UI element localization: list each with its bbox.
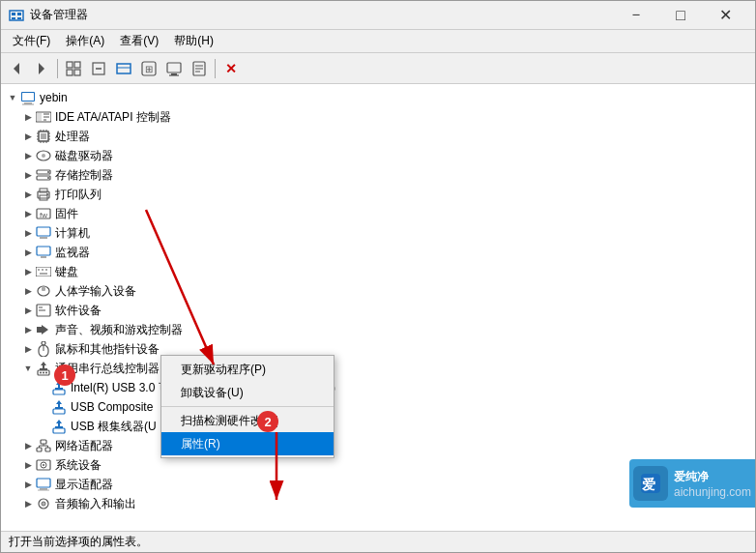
list-item[interactable]: ▶ 处理器 — [1, 127, 755, 146]
ctx-separator — [161, 406, 334, 407]
expander-icon[interactable]: ▶ — [20, 477, 36, 492]
ctx-uninstall[interactable]: 卸载设备(U) — [161, 381, 334, 404]
svg-rect-61 — [37, 247, 50, 255]
maximize-button[interactable]: □ — [658, 1, 703, 30]
svg-text:爱: 爱 — [642, 477, 655, 492]
svg-rect-7 — [67, 62, 73, 68]
cpu-icon — [36, 129, 51, 144]
svg-rect-4 — [17, 17, 21, 19]
expander-icon[interactable]: ▶ — [20, 457, 36, 473]
usb-controller-item[interactable]: ▼ 通用串行总线控制器 — [1, 359, 755, 378]
menu-action[interactable]: 操作(A) — [58, 31, 112, 51]
watermark: 爱 爱纯净 aichunjing.com — [629, 459, 755, 508]
list-item[interactable]: ▶ 计算机 — [1, 223, 755, 243]
svg-point-48 — [42, 154, 45, 158]
toolbar-sep-2 — [215, 59, 216, 78]
audio-io-icon — [36, 496, 51, 511]
list-item[interactable]: ▶ 软件设备 — [1, 301, 755, 320]
audio-icon — [36, 322, 51, 337]
usb-child-item-2[interactable]: USB Composite — [1, 397, 755, 417]
expander-icon[interactable]: ▶ — [20, 322, 36, 337]
monitor-icon — [36, 245, 51, 260]
list-item[interactable]: ▶ 鼠标和其他指针设备 — [1, 339, 755, 359]
expander-icon[interactable]: ▶ — [20, 303, 36, 318]
item-label: 存储控制器 — [55, 167, 113, 184]
menu-view[interactable]: 查看(V) — [112, 31, 166, 51]
close-button[interactable]: ✕ — [703, 1, 747, 30]
minimize-button[interactable]: － — [614, 1, 658, 30]
expander-icon[interactable]: ▶ — [20, 264, 36, 279]
expand-all-button[interactable] — [62, 57, 85, 80]
computer-device-icon — [36, 225, 51, 241]
placeholder2 — [36, 399, 51, 415]
expander-icon[interactable]: ▶ — [20, 225, 36, 241]
collapse-button[interactable] — [87, 57, 110, 80]
watermark-line1: 爱纯净 — [674, 469, 751, 485]
watermark-line2: aichunjing.com — [674, 485, 751, 499]
usb-child-item-3[interactable]: USB 根集线器(U — [1, 417, 755, 436]
expander-icon[interactable]: ▶ — [20, 283, 36, 299]
svg-rect-10 — [74, 70, 80, 75]
expander-icon[interactable]: ▶ — [20, 496, 36, 511]
list-item[interactable]: ▶ 存储控制器 — [1, 165, 755, 185]
menu-file[interactable]: 文件(F) — [5, 31, 58, 51]
item-label: 系统设备 — [55, 457, 102, 474]
root-expander[interactable]: ▼ — [5, 90, 20, 105]
software-device-icon — [36, 303, 51, 318]
list-item[interactable]: ▶ 键盘 — [1, 262, 755, 281]
usb-expander[interactable]: ▼ — [20, 361, 36, 376]
svg-rect-59 — [37, 227, 50, 236]
list-item[interactable]: ▶ 磁盘驱动器 — [1, 146, 755, 165]
list-item[interactable]: ▶ 打印队列 — [1, 185, 755, 204]
item-label: 鼠标和其他指针设备 — [55, 341, 160, 358]
usb-child-item-1[interactable]: Intel(R) USB 3.0 可扩展主机控制器 - 1.0 (Microso… — [1, 378, 755, 397]
list-item[interactable]: ▶ 人体学输入设备 — [1, 281, 755, 301]
usb-hub-icon — [36, 361, 51, 376]
expander-icon[interactable]: ▶ — [20, 187, 36, 202]
show-hidden-button[interactable] — [112, 57, 135, 80]
system-icon — [36, 457, 51, 473]
title-bar: 设备管理器 － □ ✕ — [1, 1, 755, 30]
svg-rect-87 — [45, 448, 50, 451]
scan-button[interactable]: ⊞ — [137, 57, 160, 80]
svg-rect-63 — [36, 267, 51, 276]
computer-icon — [20, 90, 36, 105]
expander-icon[interactable]: ▶ — [20, 109, 36, 125]
expander-icon[interactable]: ▶ — [20, 245, 36, 260]
back-button[interactable] — [5, 57, 28, 80]
status-text: 打开当前选择项的属性表。 — [9, 534, 148, 550]
list-item[interactable]: ▶ IDE ATA/ATAPI 控制器 — [1, 107, 755, 127]
forward-button[interactable] — [30, 57, 53, 80]
expander-icon[interactable]: ▶ — [20, 148, 36, 163]
usb-child-label-3: USB 根集线器(U — [71, 419, 157, 435]
print-icon — [36, 187, 51, 202]
properties-button[interactable] — [188, 57, 211, 80]
expander-icon[interactable]: ▶ — [20, 341, 36, 357]
device-icon — [36, 109, 51, 125]
expander-icon[interactable]: ▶ — [20, 438, 36, 453]
svg-text:⊞: ⊞ — [145, 64, 153, 74]
svg-rect-9 — [67, 70, 73, 75]
keyboard-icon — [36, 264, 51, 279]
device-view-button[interactable] — [162, 57, 186, 80]
expander-icon[interactable]: ▶ — [20, 167, 36, 183]
ctx-scan[interactable]: 扫描检测硬件改动( — [161, 409, 334, 432]
expander-icon[interactable]: ▶ — [20, 129, 36, 144]
ctx-properties[interactable]: 属性(R) — [161, 432, 334, 455]
uninstall-button[interactable]: ✕ — [219, 57, 243, 80]
tree-root[interactable]: ▼ yebin — [1, 88, 755, 107]
content-area: ▼ yebin ▶ IDE ATA/ATAPI — [1, 84, 755, 531]
list-item[interactable]: ▶ fw 固件 — [1, 204, 755, 223]
list-item[interactable]: ▶ 声音、视频和游戏控制器 — [1, 320, 755, 339]
svg-point-95 — [43, 464, 44, 466]
expander-icon[interactable]: ▶ — [20, 206, 36, 221]
svg-rect-13 — [117, 64, 131, 73]
list-item[interactable]: ▶ 监视器 — [1, 243, 755, 262]
ctx-update-driver[interactable]: 更新驱动程序(P) — [161, 358, 334, 381]
svg-rect-8 — [74, 62, 80, 68]
item-label: 固件 — [55, 206, 78, 222]
svg-rect-82 — [53, 390, 65, 394]
menu-help[interactable]: 帮助(H) — [166, 31, 221, 51]
svg-point-52 — [47, 177, 49, 179]
list-item-network[interactable]: ▶ 网络适配器 — [1, 436, 755, 455]
